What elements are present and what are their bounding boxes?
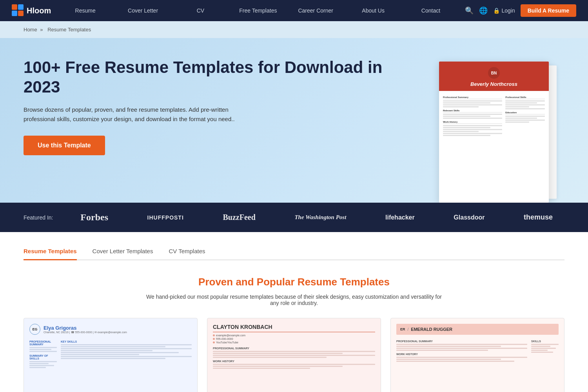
logo-icon [12,4,24,17]
card3-header: ER / EMERALD RUGGER [396,324,559,335]
card3-name: EMERALD RUGGER [411,327,452,332]
card1-body: PROFESSIONAL SUMMARY SUMMARY OF SKILLS K… [29,338,192,369]
card1-contact: Charlotte, NC 28216 | ☎ 555-000-0000 | ✉… [44,331,127,334]
build-resume-button[interactable]: Build A Resume [521,4,576,17]
resume-initials: BN [488,67,500,79]
card2-name: CLAYTON KRONBACH [213,324,375,330]
resume-right-column: Professional Skills Education [505,94,545,137]
tabs: Resume Templates Cover Letter Templates … [24,244,564,260]
resume-name: Beverly Northcross [444,81,544,87]
themuse-logo: themuse [524,213,553,221]
card3-initials: ER [400,327,405,331]
buzzfeed-logo: BuzzFeed [223,213,255,222]
glassdoor-logo: Glassdoor [454,214,485,221]
breadcrumb-separator: » [40,27,43,33]
resume-left-column: Professional Summary Relevant Skills Wor… [443,94,502,137]
hero-section: 100+ Free Resume Templates for Download … [0,38,588,203]
nav-contact[interactable]: Contact [406,7,456,14]
search-icon[interactable]: 🔍 [465,6,474,15]
template-card-elya[interactable]: EG Elya Grigoras Charlotte, NC 28216 | ☎… [24,318,198,392]
card1-main: Key Skills [61,338,192,369]
card2-divider [213,332,375,332]
card2-contact: example@example.com 555-000-0000 YouTube… [213,334,375,344]
nav-links: Resume Cover Letter CV Free Templates Ca… [60,7,456,14]
main-content: Proven and Popular Resume Templates We h… [0,260,588,392]
section-title: Proven and Popular Resume Templates [24,276,564,288]
template-grid: EG Elya Grigoras Charlotte, NC 28216 | ☎… [24,318,564,392]
resume-card-preview: BN Beverly Northcross Professional Summa… [439,62,549,203]
breadcrumb-current: Resume Templates [47,27,91,33]
card3-body: PROFESSIONAL SUMMARY WORK HISTORY SKILLS [396,338,559,363]
nav-cv[interactable]: CV [176,7,225,14]
card3-right: SKILLS [531,338,559,363]
globe-icon[interactable]: 🌐 [479,6,488,15]
resume-card-body: Professional Summary Relevant Skills Wor… [439,91,549,140]
svg-rect-3 [18,11,24,16]
svg-rect-2 [12,11,17,16]
washpost-logo: The Washington Post [294,214,346,221]
forbes-logo: Forbes [80,212,108,223]
nav-free-templates[interactable]: Free Templates [233,7,283,14]
nav-cover-letter[interactable]: Cover Letter [118,7,168,14]
card2-body: PROFESSIONAL SUMMARY WORK HISTORY [213,347,375,369]
hero-title: 100+ Free Resume Templates for Download … [24,58,400,97]
tab-resume-templates[interactable]: Resume Templates [24,244,77,260]
svg-rect-1 [18,4,24,10]
card1-initials: EG [29,324,40,335]
hero-text: 100+ Free Resume Templates for Download … [24,54,400,155]
card1-sidebar: PROFESSIONAL SUMMARY SUMMARY OF SKILLS [29,338,57,369]
featured-section: Featured In: Forbes IHUFFPOSTI BuzzFeed … [0,203,588,232]
card1-name-block: Elya Grigoras Charlotte, NC 28216 | ☎ 55… [44,325,127,334]
breadcrumb-home[interactable]: Home [24,27,37,33]
featured-label: Featured In: [24,214,53,221]
tab-cv-templates[interactable]: CV Templates [169,244,205,260]
svg-rect-0 [12,4,17,10]
card1-name: Elya Grigoras [44,325,127,331]
section-description: We hand-picked our most popular resume t… [141,294,447,306]
site-logo[interactable]: Hloom [12,4,51,17]
hero-description: Browse dozens of popular, proven, and fr… [24,105,243,124]
lifehacker-logo: lifehacker [385,214,415,221]
hero-image: BN Beverly Northcross Professional Summa… [400,54,564,203]
nav-right: 🔍 🌐 🔒 Login Build A Resume [465,4,576,17]
tabs-section: Resume Templates Cover Letter Templates … [0,232,588,260]
tab-cover-letter-templates[interactable]: Cover Letter Templates [93,244,153,260]
template-card-emerald[interactable]: ER / EMERALD RUGGER PROFESSIONAL SUMMARY… [390,318,564,392]
card2-header: CLAYTON KRONBACH example@example.com 555… [213,324,375,344]
breadcrumb: Home » Resume Templates [0,21,588,38]
card1-header: EG Elya Grigoras Charlotte, NC 28216 | ☎… [29,324,192,335]
template-card-clayton[interactable]: CLAYTON KRONBACH example@example.com 555… [207,318,381,392]
nav-career-corner[interactable]: Career Corner [291,7,341,14]
card3-main: PROFESSIONAL SUMMARY WORK HISTORY [396,338,527,363]
featured-logos: Forbes IHUFFPOSTI BuzzFeed The Washingto… [69,212,565,223]
huffpost-logo: IHUFFPOSTI [147,214,184,221]
resume-card-header: BN Beverly Northcross [439,62,549,91]
nav-resume[interactable]: Resume [60,7,110,14]
nav-about-us[interactable]: About Us [348,7,398,14]
navbar: Hloom Resume Cover Letter CV Free Templa… [0,0,588,21]
lock-icon: 🔒 [493,7,500,14]
login-button[interactable]: 🔒 Login [493,7,515,14]
use-template-button[interactable]: Use this Template [24,136,105,155]
